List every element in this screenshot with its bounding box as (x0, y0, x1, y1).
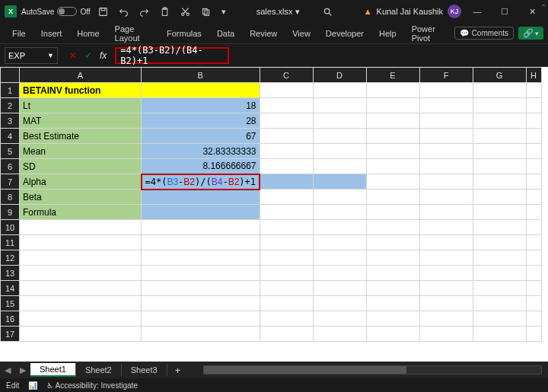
cell[interactable]: 67 (142, 129, 260, 144)
copy-icon[interactable] (198, 7, 214, 17)
cell[interactable] (260, 235, 313, 250)
col-header[interactable]: E (366, 68, 419, 83)
cell[interactable] (20, 266, 142, 281)
row-header[interactable]: 9 (1, 205, 20, 220)
add-sheet-button[interactable]: + (167, 365, 189, 376)
cell[interactable]: Formula (20, 205, 142, 220)
cell[interactable]: 18 (142, 98, 260, 113)
cell[interactable] (419, 159, 473, 174)
col-header[interactable]: B (142, 68, 260, 83)
cell[interactable]: Alpha (20, 174, 142, 190)
clipboard-icon[interactable] (157, 7, 173, 17)
tab-insert[interactable]: Insert (33, 23, 70, 44)
cell[interactable] (419, 113, 473, 129)
cell[interactable] (260, 174, 313, 190)
cell[interactable] (473, 174, 526, 190)
maximize-button[interactable]: ☐ (493, 7, 516, 17)
cell[interactable] (313, 311, 366, 327)
cell[interactable] (473, 311, 526, 327)
cell[interactable] (313, 159, 366, 174)
cell[interactable] (142, 311, 260, 327)
cell[interactable] (260, 220, 313, 235)
cell[interactable] (473, 296, 526, 311)
warning-icon[interactable]: ▲ (364, 7, 372, 16)
formula-input[interactable]: =4*(B3-B2)/(B4-B2)+1 (115, 47, 229, 64)
accessibility-status[interactable]: ♿︎ Accessibility: Investigate (46, 381, 138, 390)
cell[interactable] (366, 235, 419, 250)
cell[interactable] (260, 190, 313, 205)
stats-icon[interactable]: 📊 (28, 381, 37, 390)
cell[interactable] (526, 281, 541, 296)
cell[interactable] (473, 98, 526, 113)
cell[interactable] (260, 129, 313, 144)
cell[interactable] (366, 220, 419, 235)
cell[interactable] (526, 174, 541, 190)
cell[interactable] (260, 205, 313, 220)
cell[interactable] (473, 83, 526, 98)
cell[interactable] (526, 190, 541, 205)
cell[interactable] (260, 281, 313, 296)
filename[interactable]: sales.xlsx ▾ (256, 7, 301, 17)
cell[interactable]: SD (20, 159, 142, 174)
cell[interactable] (419, 296, 473, 311)
cell[interactable]: 32.83333333 (142, 144, 260, 159)
cell[interactable] (20, 220, 142, 235)
worksheet-grid[interactable]: A B C D E F G H 1BETAINV function2Lt183M… (0, 67, 548, 362)
cell[interactable] (313, 220, 366, 235)
cell[interactable] (366, 327, 419, 342)
save-icon[interactable] (95, 7, 111, 17)
cell[interactable] (142, 83, 260, 98)
row-header[interactable]: 4 (1, 129, 20, 144)
row-header[interactable]: 17 (1, 327, 20, 342)
row-header[interactable]: 3 (1, 113, 20, 129)
cell[interactable] (366, 250, 419, 266)
cell[interactable] (260, 113, 313, 129)
cell[interactable] (473, 327, 526, 342)
cell[interactable] (313, 296, 366, 311)
cell[interactable] (419, 129, 473, 144)
row-header[interactable]: 13 (1, 266, 20, 281)
cell[interactable] (260, 98, 313, 113)
cell[interactable] (419, 266, 473, 281)
cell[interactable] (260, 83, 313, 98)
row-header[interactable]: 10 (1, 220, 20, 235)
cell[interactable] (473, 129, 526, 144)
tab-developer[interactable]: Developer (318, 23, 371, 44)
cell[interactable]: Best Estimate (20, 129, 142, 144)
cell[interactable] (142, 235, 260, 250)
cell[interactable] (142, 190, 260, 205)
cell[interactable] (366, 205, 419, 220)
horizontal-scrollbar[interactable] (203, 365, 542, 374)
cell[interactable] (142, 327, 260, 342)
cell[interactable] (473, 235, 526, 250)
cell[interactable] (260, 296, 313, 311)
col-header[interactable]: C (260, 68, 313, 83)
cell[interactable]: Lt (20, 98, 142, 113)
tab-view[interactable]: View (285, 23, 318, 44)
cell[interactable] (473, 159, 526, 174)
prev-sheet-icon[interactable]: ◀ (0, 365, 15, 375)
cell[interactable] (313, 83, 366, 98)
cell[interactable] (260, 250, 313, 266)
cell[interactable] (366, 296, 419, 311)
cell[interactable] (313, 235, 366, 250)
cell[interactable] (526, 327, 541, 342)
cell[interactable] (473, 205, 526, 220)
row-header[interactable]: 5 (1, 144, 20, 159)
cell[interactable] (20, 311, 142, 327)
cell[interactable] (473, 113, 526, 129)
cell[interactable]: BETAINV function (20, 83, 142, 98)
cell[interactable] (313, 250, 366, 266)
share-button[interactable]: 🔗▾ (518, 27, 543, 40)
cell[interactable] (313, 98, 366, 113)
cell[interactable] (419, 281, 473, 296)
cell[interactable] (526, 250, 541, 266)
col-header[interactable]: D (313, 68, 366, 83)
cell[interactable] (366, 144, 419, 159)
minimize-button[interactable]: — (466, 7, 489, 16)
cell[interactable]: MAT (20, 113, 142, 129)
cell[interactable] (260, 311, 313, 327)
cell[interactable] (313, 327, 366, 342)
row-header[interactable]: 16 (1, 311, 20, 327)
cell[interactable] (526, 98, 541, 113)
